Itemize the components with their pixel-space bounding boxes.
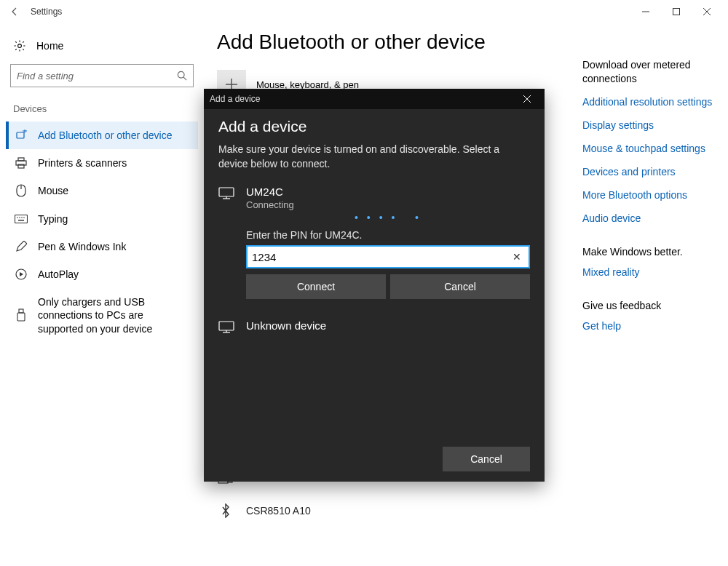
svg-rect-30 <box>219 188 234 196</box>
keyboard-icon <box>15 215 28 223</box>
sidebar-item-label: AutoPlay <box>38 268 189 281</box>
link-additional-resolution[interactable]: Additional resolution settings <box>582 96 719 108</box>
link-audio-device[interactable]: Audio device <box>582 212 719 224</box>
window-titlebar: Settings <box>0 0 728 23</box>
device-entry-unknown[interactable]: Unknown device <box>218 319 530 334</box>
metered-heading: Download over metered connections <box>582 58 719 86</box>
minimize-button[interactable] <box>630 1 661 22</box>
sidebar-item-add-bluetooth[interactable]: Add Bluetooth or other device <box>6 121 198 149</box>
svg-rect-15 <box>15 215 28 223</box>
home-button[interactable]: Home <box>6 32 198 60</box>
link-display-settings[interactable]: Display settings <box>582 119 719 131</box>
sidebar: Home Devices Add Bluetooth or other devi… <box>0 23 204 566</box>
device-name: UM24C <box>246 186 530 198</box>
sidebar-item-label: Add Bluetooth or other device <box>38 129 189 142</box>
dialog-footer-cancel-button[interactable]: Cancel <box>443 447 530 471</box>
dialog-titlebar-text: Add a device <box>210 94 260 104</box>
search-input[interactable] <box>17 71 177 81</box>
pin-prompt-label: Enter the PIN for UM24C. <box>246 229 530 241</box>
window-title: Settings <box>31 7 62 17</box>
monitor-icon <box>218 186 236 299</box>
link-more-bluetooth[interactable]: More Bluetooth options <box>582 189 719 201</box>
cancel-button[interactable]: Cancel <box>390 274 530 299</box>
home-label: Home <box>36 40 63 52</box>
sidebar-item-usb[interactable]: Only chargers and USB connections to PCs… <box>6 288 198 343</box>
pin-input-container[interactable]: ✕ <box>246 245 530 268</box>
add-device-dialog: Add a device Add a device Make sure your… <box>204 89 545 482</box>
sidebar-item-printers[interactable]: Printers & scanners <box>6 149 198 177</box>
device-name: CSR8510 A10 <box>246 505 311 517</box>
make-better-heading: Make Windows better. <box>582 246 719 258</box>
sidebar-item-label: Typing <box>38 212 189 226</box>
svg-line-6 <box>183 77 186 80</box>
svg-rect-1 <box>673 9 680 15</box>
clear-input-icon[interactable]: ✕ <box>510 251 524 263</box>
sidebar-item-mouse[interactable]: Mouse <box>6 177 198 204</box>
printer-icon <box>15 157 28 169</box>
back-button[interactable] <box>6 7 23 17</box>
svg-point-5 <box>178 71 184 78</box>
pen-icon <box>15 241 28 252</box>
sidebar-item-typing[interactable]: Typing <box>6 205 198 233</box>
dialog-titlebar: Add a device <box>204 89 545 109</box>
pin-input[interactable] <box>252 251 510 263</box>
connect-button[interactable]: Connect <box>246 274 386 299</box>
right-column: Download over metered connections Additi… <box>582 23 728 566</box>
svg-rect-22 <box>19 309 23 313</box>
link-devices-printers[interactable]: Devices and printers <box>582 166 719 178</box>
autoplay-icon <box>15 268 28 280</box>
search-input-container[interactable] <box>10 64 194 87</box>
sidebar-item-autoplay[interactable]: AutoPlay <box>6 260 198 288</box>
gear-icon <box>13 39 26 52</box>
section-label: Devices <box>6 100 198 121</box>
device-status: Connecting <box>246 199 530 210</box>
bluetooth-add-icon <box>15 129 28 141</box>
dialog-heading: Add a device <box>218 118 530 135</box>
svg-rect-33 <box>219 322 234 330</box>
feedback-heading: Give us feedback <box>582 300 719 311</box>
svg-rect-11 <box>18 158 24 161</box>
svg-point-19 <box>23 217 25 218</box>
close-button[interactable] <box>692 1 722 22</box>
dialog-subtext: Make sure your device is turned on and d… <box>218 143 530 171</box>
sidebar-item-label: Printers & scanners <box>38 156 189 170</box>
svg-point-4 <box>18 44 22 48</box>
svg-point-17 <box>19 217 20 218</box>
svg-rect-20 <box>18 220 24 221</box>
device-name: Unknown device <box>246 319 530 332</box>
connecting-spinner: • • • • • <box>246 212 530 219</box>
usb-icon <box>15 308 28 322</box>
svg-rect-23 <box>17 313 25 321</box>
mouse-icon <box>15 184 28 197</box>
device-entry-um24c[interactable]: UM24C Connecting • • • • • Enter the PIN… <box>218 186 530 299</box>
page-title: Add Bluetooth or other device <box>217 31 582 54</box>
device-row[interactable]: CSR8510 A10 <box>217 495 311 527</box>
monitor-icon <box>218 319 236 334</box>
svg-rect-7 <box>17 132 24 138</box>
bluetooth-icon <box>217 503 234 518</box>
maximize-button[interactable] <box>661 1 692 22</box>
sidebar-item-pen[interactable]: Pen & Windows Ink <box>6 233 198 260</box>
link-get-help[interactable]: Get help <box>582 320 719 332</box>
dialog-close-button[interactable] <box>515 89 539 109</box>
link-mixed-reality[interactable]: Mixed reality <box>582 266 719 278</box>
sidebar-item-label: Only chargers and USB connections to PCs… <box>38 295 189 335</box>
svg-point-18 <box>21 217 23 218</box>
sidebar-item-label: Pen & Windows Ink <box>38 240 189 253</box>
link-mouse-touchpad[interactable]: Mouse & touchpad settings <box>582 143 719 154</box>
svg-point-16 <box>17 217 18 218</box>
search-icon <box>177 71 187 81</box>
sidebar-item-label: Mouse <box>38 184 189 197</box>
